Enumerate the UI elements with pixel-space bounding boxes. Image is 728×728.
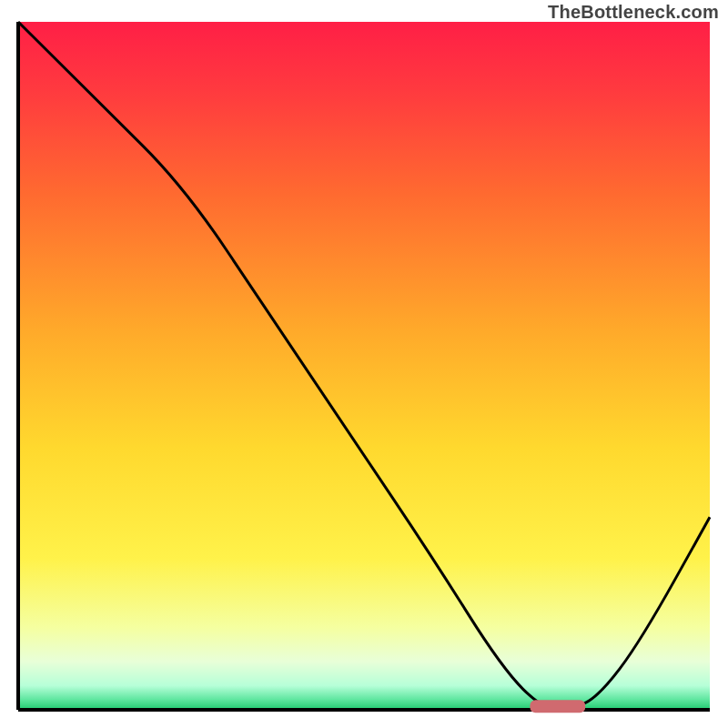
optimal-marker — [530, 700, 585, 713]
watermark-text: TheBottleneck.com — [548, 2, 719, 23]
bottleneck-chart — [0, 0, 728, 728]
